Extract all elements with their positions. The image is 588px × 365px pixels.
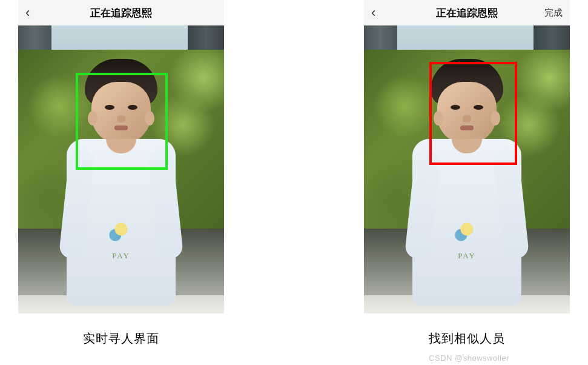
shirt-text: PAY: [112, 251, 130, 261]
face-detection-box-tracking: [76, 73, 168, 170]
left-phone: ‹ 正在追踪恩熙: [18, 0, 224, 313]
right-caption: 找到相似人员: [429, 330, 505, 347]
page-title: 正在追踪恩熙: [90, 6, 152, 20]
watermark-text: CSDN @showswoller: [429, 353, 509, 363]
left-caption: 实时寻人界面: [83, 330, 159, 347]
back-icon[interactable]: ‹: [371, 5, 375, 21]
back-icon[interactable]: ‹: [25, 5, 30, 21]
face-detection-box-match: [429, 62, 517, 165]
shirt-text: PAY: [458, 251, 476, 261]
right-screen-wrapper: ‹ 正在追踪恩熙 完成: [364, 0, 570, 347]
left-header-bar: ‹ 正在追踪恩熙: [18, 0, 224, 25]
right-camera-view: PAY: [364, 25, 570, 313]
right-phone: ‹ 正在追踪恩熙 完成: [364, 0, 570, 313]
left-camera-view: PAY: [18, 25, 224, 313]
left-screen-wrapper: ‹ 正在追踪恩熙: [18, 0, 224, 347]
done-button[interactable]: 完成: [544, 7, 563, 19]
right-header-bar: ‹ 正在追踪恩熙 完成: [364, 0, 570, 25]
page-title: 正在追踪恩熙: [436, 6, 498, 20]
screens-container: ‹ 正在追踪恩熙: [0, 0, 588, 347]
